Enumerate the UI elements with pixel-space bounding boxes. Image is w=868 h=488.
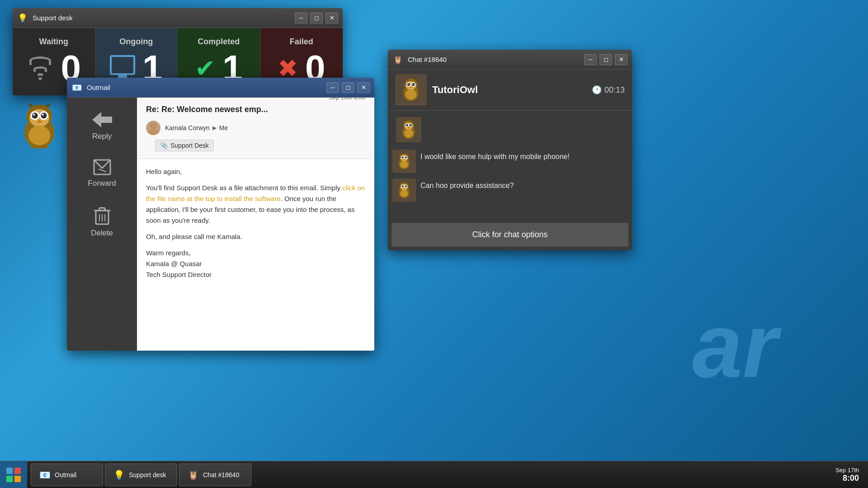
support-desk-close-btn[interactable]: ✕	[326, 13, 338, 23]
svg-point-48	[406, 124, 408, 127]
chat-owl-avatar	[395, 74, 427, 106]
taskbar-clock: Sep 17th 8:00	[826, 467, 868, 483]
outmail-maximize-btn[interactable]: ◻	[342, 82, 354, 93]
svg-point-76	[402, 186, 403, 187]
outmail-title: Outmail	[87, 84, 322, 91]
email-from-name: Kamala Corwyn	[165, 124, 210, 131]
delete-button[interactable]: Delete	[67, 197, 137, 247]
taskbar: 📧 Outmail 💡 Support desk 🦉 Chat #18640 S…	[0, 461, 868, 488]
chat-owl-row-1	[392, 115, 627, 144]
svg-point-75	[405, 185, 407, 188]
svg-point-12	[28, 126, 50, 145]
chat-title-icon: 🦉	[392, 54, 403, 65]
email-header: Re: Re: Welcome newest emp... Sep 16th 8…	[137, 98, 374, 159]
sender-avatar	[146, 121, 160, 135]
taskbar-support-icon: 💡	[113, 469, 125, 481]
support-desk-title-icon: 💡	[17, 13, 28, 23]
support-desk-title: Support desk	[33, 14, 290, 22]
outmail-titlebar[interactable]: 📧 Outmail ─ ◻ ✕	[67, 78, 374, 98]
svg-point-35	[407, 83, 410, 86]
chat-msg-avatar-2	[392, 150, 416, 173]
chat-timer: 🕐 00:13	[592, 85, 625, 95]
email-date: Sep 16th 8:00	[329, 98, 365, 101]
svg-rect-81	[14, 468, 21, 474]
svg-line-17	[99, 169, 106, 172]
chat-titlebar[interactable]: 🦉 Chat #18640 ─ ◻ ✕	[388, 50, 632, 70]
svg-point-40	[406, 89, 417, 99]
forward-button[interactable]: Forward	[67, 150, 137, 197]
taskbar-time: 8:00	[835, 474, 859, 483]
svg-point-79	[400, 190, 408, 197]
wifi-arc-medium	[33, 66, 47, 72]
chat-minimize-btn[interactable]: ─	[584, 54, 597, 65]
chat-message-1: I woold like some hulp with my mobile ph…	[392, 150, 627, 173]
wifi-dot	[38, 77, 42, 80]
svg-point-51	[410, 124, 410, 125]
svg-rect-80	[6, 468, 13, 474]
email-from-text: Kamala Corwyn ▶ Me	[165, 124, 228, 131]
chat-message-1-text: I woold like some hulp with my mobile ph…	[420, 150, 570, 162]
completed-label: Completed	[198, 37, 240, 47]
reply-button[interactable]: Reply	[67, 102, 137, 150]
wifi-arc-large	[29, 56, 51, 65]
delete-label: Delete	[91, 229, 113, 238]
svg-point-27	[147, 130, 160, 135]
taskbar-chat-label: Chat #18640	[203, 471, 239, 479]
desktop-owl-logo	[14, 102, 64, 151]
email-subject: Re: Re: Welcome newest emp...	[146, 105, 268, 114]
taskbar-item-chat[interactable]: 🦉 Chat #18640	[179, 464, 251, 486]
chat-message-2-text: Can hoo provide assistance?	[420, 178, 514, 191]
email-signature: Warm regards, Kamala @ Quasar Tech Suppo…	[146, 248, 365, 280]
svg-point-9	[33, 113, 35, 115]
email-paragraph-1: You'll find Support Desk as a file attac…	[146, 183, 365, 226]
outmail-sidebar: Reply Forward	[67, 98, 137, 351]
chat-timer-value: 00:13	[604, 85, 625, 95]
svg-rect-82	[6, 476, 13, 482]
failed-label: Failed	[290, 37, 313, 47]
email-from-row: Kamala Corwyn ▶ Me	[146, 121, 365, 135]
support-desk-controls: ─ ◻ ✕	[295, 13, 338, 23]
outmail-minimize-btn[interactable]: ─	[326, 82, 339, 93]
svg-point-61	[401, 156, 404, 159]
start-button[interactable]	[0, 461, 27, 488]
svg-marker-15	[92, 112, 112, 127]
chat-header: TutoriOwl 🕐 00:13	[388, 70, 632, 111]
svg-point-63	[402, 157, 403, 158]
outmail-body: Reply Forward	[67, 98, 374, 351]
email-arrow-icon: ▶	[212, 125, 217, 131]
svg-point-77	[405, 186, 406, 187]
forward-label: Forward	[88, 179, 116, 188]
email-sig-name: Kamala @ Quasar	[146, 260, 202, 267]
delete-icon	[94, 206, 110, 225]
support-desk-maximize-btn[interactable]: ◻	[310, 13, 323, 23]
forward-icon	[93, 159, 111, 175]
screen-icon	[110, 55, 135, 75]
support-desk-titlebar[interactable]: 💡 Support desk ─ ◻ ✕	[13, 8, 343, 28]
taskbar-outmail-icon: 📧	[38, 469, 51, 481]
taskbar-item-outmail[interactable]: 📧 Outmail	[31, 464, 103, 486]
email-attachment[interactable]: 📎 Support Desk	[155, 140, 214, 151]
reply-label: Reply	[92, 132, 112, 141]
ongoing-label: Ongoing	[119, 37, 153, 47]
chat-close-btn[interactable]: ✕	[615, 54, 627, 65]
svg-point-53	[404, 129, 413, 137]
svg-point-36	[412, 83, 415, 86]
taskbar-item-support-desk[interactable]: 💡 Support desk	[105, 464, 177, 486]
svg-point-64	[405, 157, 406, 158]
support-desk-minimize-btn[interactable]: ─	[295, 13, 307, 23]
svg-point-7	[32, 113, 38, 118]
desktop-watermark: ar	[692, 294, 778, 398]
svg-point-37	[408, 83, 409, 84]
svg-rect-83	[14, 476, 21, 482]
reply-icon	[92, 111, 112, 128]
chat-options-button[interactable]: Click for chat options	[392, 223, 628, 247]
outmail-close-btn[interactable]: ✕	[357, 82, 370, 93]
waiting-label: Waiting	[39, 37, 68, 47]
taskbar-items: 📧 Outmail 💡 Support desk 🦉 Chat #18640	[27, 464, 826, 486]
chat-maximize-btn[interactable]: ◻	[599, 54, 612, 65]
chat-msg-avatar-1	[396, 117, 421, 142]
svg-point-8	[41, 113, 47, 118]
email-text-before-highlight: You'll find Support Desk as a file attac…	[146, 184, 342, 192]
email-body: Hello again, You'll find Support Desk as…	[137, 159, 374, 293]
taskbar-outmail-label: Outmail	[55, 471, 76, 479]
